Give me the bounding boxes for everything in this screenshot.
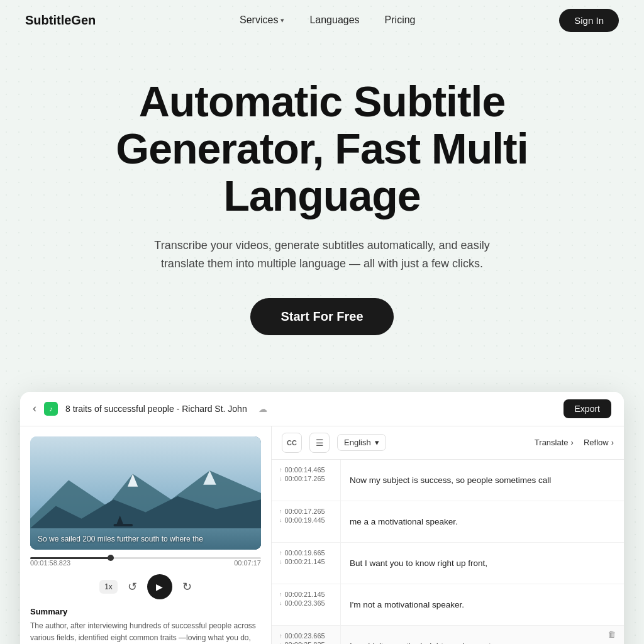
time-out: ↓ 00:00:23.365	[279, 599, 333, 607]
arrow-down-icon: ↓	[279, 600, 282, 606]
hero-section: Automatic Subtitle Generator, Fast Multi…	[0, 40, 644, 360]
arrow-up-icon: ↑	[279, 508, 282, 514]
language-label: English	[344, 438, 371, 447]
summary-text: The author, after interviewing hundreds …	[30, 620, 261, 644]
subtitle-row[interactable]: ↑ 00:00:14.465 ↓ 00:00:17.265 Now my sub…	[272, 460, 624, 501]
summary-title: Summary	[30, 607, 261, 616]
file-icon: ♪	[44, 402, 58, 416]
nav-languages[interactable]: Languages	[309, 14, 359, 26]
list-icon: ☰	[316, 438, 324, 448]
speed-button[interactable]: 1x	[99, 580, 118, 594]
add-icon[interactable]: +	[609, 487, 614, 497]
video-controls: 1x ↺ ▶ ↻	[30, 574, 261, 599]
move-down-icon[interactable]: ↓	[609, 475, 614, 485]
time-out: ↓ 00:00:25.825	[279, 641, 333, 644]
app-preview: ‹ ♪ 8 traits of successful people - Rich…	[20, 392, 624, 644]
subtitle-row[interactable]: ↑ 00:00:19.665 ↓ 00:00:21.145 But I want…	[272, 543, 624, 584]
reflow-button[interactable]: Reflow ›	[584, 438, 614, 447]
app-toolbar: ‹ ♪ 8 traits of successful people - Rich…	[20, 392, 624, 426]
hero-title: Automatic Subtitle Generator, Fast Multi…	[64, 78, 580, 219]
delete-icon[interactable]: 🗑	[608, 505, 616, 514]
left-panel: So we sailed 200 miles further south to …	[20, 426, 272, 644]
time-col: ↑ 00:00:19.665 ↓ 00:00:21.145	[272, 543, 341, 584]
subtitle-text[interactable]: me a a motivational speaker.	[341, 501, 599, 542]
arrow-up-icon: ↑	[279, 633, 282, 639]
rewind-icon[interactable]: ↺	[128, 580, 137, 594]
app-body: So we sailed 200 miles further south to …	[20, 426, 624, 644]
arrow-up-icon: ↑	[279, 591, 282, 597]
subtitle-row[interactable]: ↑ 00:00:21.145 ↓ 00:00:23.365 I'm not a …	[272, 584, 624, 626]
cc-icon: CC	[287, 439, 297, 447]
chevron-right-icon: ›	[611, 438, 614, 447]
video-timeline[interactable]	[30, 557, 261, 559]
subtitle-actions: Translate › Reflow ›	[535, 438, 614, 447]
svg-rect-6	[114, 524, 133, 526]
time-in: ↑ 00:00:21.145	[279, 591, 333, 598]
subtitle-row[interactable]: ↑ 00:00:23.665 ↓ 00:00:25.825 I couldn't…	[272, 626, 624, 644]
time-out: ↓ 00:00:21.145	[279, 558, 333, 565]
arrow-down-icon: ↓	[279, 475, 282, 482]
add-icon[interactable]: +	[609, 570, 614, 580]
row-actions: 🗑 ↓ +	[599, 626, 624, 644]
subtitle-text[interactable]: Now my subject is success, so people som…	[341, 460, 599, 501]
chevron-down-icon: ▾	[375, 438, 379, 447]
list-icon-button[interactable]: ☰	[309, 433, 330, 453]
video-background-svg	[30, 436, 261, 550]
cc-icon-button[interactable]: CC	[282, 433, 302, 453]
subtitle-row[interactable]: ↑ 00:00:17.265 ↓ 00:00:19.445 me a a mot…	[272, 501, 624, 543]
hero-subtitle: Transcribe your videos, generate subtitl…	[146, 236, 498, 273]
time-total: 00:07:17	[234, 559, 261, 567]
timeline-bar[interactable]	[30, 557, 261, 559]
delete-icon[interactable]: 🗑	[608, 630, 616, 639]
time-in: ↑ 00:00:23.665	[279, 632, 333, 640]
add-icon[interactable]: +	[609, 529, 614, 538]
navbar: SubtitleGen Services ▾ Languages Pricing…	[0, 0, 644, 40]
time-col: ↑ 00:00:21.145 ↓ 00:00:23.365	[272, 584, 341, 625]
translate-button[interactable]: Translate ›	[535, 438, 574, 447]
timeline-progress	[30, 557, 111, 559]
move-down-icon[interactable]: ↓	[609, 558, 614, 568]
delete-icon[interactable]: 🗑	[608, 547, 616, 556]
logo[interactable]: SubtitleGen	[25, 13, 96, 28]
nav-links: Services ▾ Languages Pricing	[240, 14, 415, 26]
cloud-icon: ☁	[258, 404, 267, 414]
back-button[interactable]: ‹	[33, 402, 36, 415]
time-in: ↑ 00:00:14.465	[279, 466, 333, 474]
time-out: ↓ 00:00:19.445	[279, 516, 333, 524]
start-free-button[interactable]: Start For Free	[250, 298, 393, 335]
add-icon[interactable]: +	[609, 612, 614, 621]
language-select[interactable]: English ▾	[337, 434, 386, 451]
arrow-down-icon: ↓	[279, 517, 282, 523]
time-col: ↑ 00:00:14.465 ↓ 00:00:17.265	[272, 460, 341, 501]
time-labels: 00:01:58.823 00:07:17	[30, 559, 261, 567]
time-col: ↑ 00:00:17.265 ↓ 00:00:19.445	[272, 501, 341, 542]
video-caption: So we sailed 200 miles further south to …	[38, 535, 253, 543]
arrow-up-icon: ↑	[279, 467, 282, 473]
signin-button[interactable]: Sign In	[559, 9, 619, 32]
export-button[interactable]: Export	[564, 399, 611, 418]
subtitle-text[interactable]: I'm not a motivational speaker.	[341, 584, 599, 625]
nav-services[interactable]: Services ▾	[240, 14, 284, 26]
time-in: ↑ 00:00:19.665	[279, 549, 333, 557]
time-col: ↑ 00:00:23.665 ↓ 00:00:25.825	[272, 626, 341, 644]
app-title: 8 traits of successful people - Richard …	[65, 404, 247, 414]
timeline-dot	[108, 555, 114, 561]
play-button[interactable]: ▶	[147, 574, 172, 599]
delete-icon[interactable]: 🗑	[608, 588, 616, 597]
subtitle-toolbar: CC ☰ English ▾ Translate › Reflow ›	[272, 426, 624, 460]
forward-icon[interactable]: ↻	[182, 580, 192, 594]
arrow-up-icon: ↑	[279, 550, 282, 556]
time-current: 00:01:58.823	[30, 559, 70, 567]
subtitle-list: ↑ 00:00:14.465 ↓ 00:00:17.265 Now my sub…	[272, 460, 624, 644]
move-down-icon[interactable]: ↓	[609, 517, 614, 526]
nav-pricing[interactable]: Pricing	[385, 14, 416, 26]
move-down-icon[interactable]: ↓	[609, 641, 614, 644]
delete-icon[interactable]: 🗑	[608, 464, 616, 473]
subtitle-text[interactable]: But I want you to know right up front,	[341, 543, 599, 584]
move-down-icon[interactable]: ↓	[609, 600, 614, 609]
arrow-down-icon: ↓	[279, 641, 282, 644]
subtitle-text[interactable]: I couldn't pass the height requirement,	[341, 626, 599, 644]
time-out: ↓ 00:00:17.265	[279, 475, 333, 482]
summary-section: Summary The author, after interviewing h…	[30, 607, 261, 644]
video-thumbnail[interactable]: So we sailed 200 miles further south to …	[30, 436, 261, 550]
